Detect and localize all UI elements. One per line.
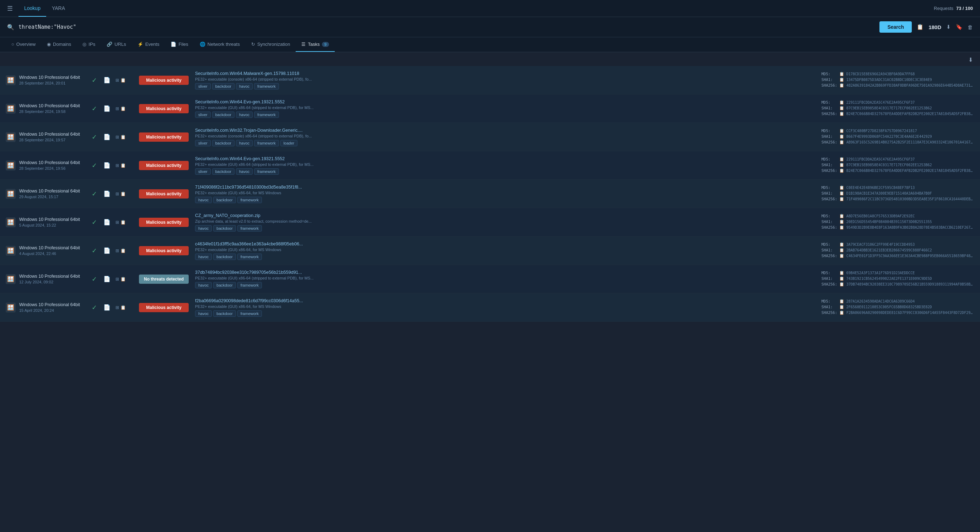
action-icon[interactable]: 📋 xyxy=(121,220,126,225)
sha256-copy-icon[interactable]: 📋 xyxy=(839,111,844,116)
task-date: 5 August 2024, 15:22 xyxy=(19,223,87,227)
table-download-icon[interactable]: ⬇ xyxy=(968,56,973,63)
table-row[interactable]: 🪟 Windows 10 Professional 64bit 15 April… xyxy=(0,293,980,322)
sha1-copy-icon[interactable]: 📋 xyxy=(839,78,844,82)
hamburger-icon[interactable]: ☰ xyxy=(7,5,13,13)
tab-domains[interactable]: ◉ Domains xyxy=(41,37,77,52)
table-row[interactable]: 🪟 Windows 10 Professional 64bit 28 Septe… xyxy=(0,66,980,94)
sha256-label: SHA256: xyxy=(821,111,837,116)
task-info: Windows 10 Professional 64bit 28 Septemb… xyxy=(19,103,87,114)
sha1-copy-icon[interactable]: 📋 xyxy=(839,248,844,253)
tab-tasks[interactable]: ☰ Tasks 9 xyxy=(296,37,334,52)
period-badge[interactable]: 180D xyxy=(929,24,941,30)
search-button[interactable]: Search xyxy=(880,21,912,33)
action-icon[interactable]: ⊞ xyxy=(116,163,119,168)
table-row[interactable]: 🪟 Windows 10 Professional 64bit 5 August… xyxy=(0,208,980,237)
os-icon: 🪟 xyxy=(6,104,16,114)
action-icon[interactable]: ⊞ xyxy=(116,135,119,140)
sha1-copy-icon[interactable]: 📋 xyxy=(839,219,844,224)
task-date: 15 April 2024, 20:24 xyxy=(19,308,87,313)
md5-copy-icon[interactable]: 📋 xyxy=(839,186,844,190)
check-icon: ✓ xyxy=(92,303,97,311)
sha1-copy-icon[interactable]: 📋 xyxy=(839,305,844,309)
sha256-copy-icon[interactable]: 📋 xyxy=(839,282,844,287)
md5-copy-icon[interactable]: 📋 xyxy=(839,157,844,162)
action-icon[interactable]: 📋 xyxy=(121,78,126,83)
sha256-copy-icon[interactable]: 📋 xyxy=(839,225,844,230)
tab-urls[interactable]: 🔗 URLs xyxy=(101,37,132,52)
sha256-copy-icon[interactable]: 📋 xyxy=(839,310,844,315)
bookmark-icon[interactable]: 🔖 xyxy=(956,24,963,30)
md5-copy-icon[interactable]: 📋 xyxy=(839,72,844,76)
file-desc: PE32+ executable (console) x86-64 (strip… xyxy=(195,134,815,138)
sha256-copy-icon[interactable]: 📋 xyxy=(839,254,844,258)
task-name: Windows 10 Professional 64bit xyxy=(19,75,87,80)
search-input[interactable] xyxy=(19,24,875,30)
sha1-copy-icon[interactable]: 📋 xyxy=(839,134,844,139)
task-action-icons: ⊞ 📋 xyxy=(116,163,135,168)
sha1-copy-icon[interactable]: 📋 xyxy=(839,163,844,167)
md5-value: 229111FBCDDА2EA5C476E2A495CF6F37 xyxy=(846,157,915,161)
nav-tab-lookup[interactable]: Lookup xyxy=(19,0,46,17)
tasks-count: 9 xyxy=(322,42,329,47)
action-icon[interactable]: 📋 xyxy=(121,191,126,196)
table-row[interactable]: 🪟 Windows 10 Professional 64bit 28 Septe… xyxy=(0,151,980,180)
tag: backdoor xyxy=(212,140,234,146)
md5-copy-icon[interactable]: 📋 xyxy=(839,299,844,303)
sha256-copy-icon[interactable]: 📋 xyxy=(839,83,844,88)
nav-tab-yara[interactable]: YARA xyxy=(46,0,71,17)
sha1-label: SHA1: xyxy=(821,78,837,82)
md5-copy-icon[interactable]: 📋 xyxy=(839,129,844,133)
clipboard-icon[interactable]: 📋 xyxy=(917,24,923,30)
table-row[interactable]: 🪟 Windows 10 Professional 64bit 4 August… xyxy=(0,237,980,265)
task-date: 29 August 2024, 15:17 xyxy=(19,195,87,199)
task-date: 12 July 2024, 09:02 xyxy=(19,280,87,284)
md5-copy-icon[interactable]: 📋 xyxy=(839,271,844,275)
tag: sliver xyxy=(195,168,211,175)
action-icon[interactable]: ⊞ xyxy=(116,277,119,282)
table-row[interactable]: 🪟 Windows 10 Professional 64bit 28 Septe… xyxy=(0,123,980,151)
os-icon: 🪟 xyxy=(6,160,16,170)
sha256-copy-icon[interactable]: 📋 xyxy=(839,168,844,173)
download-icon[interactable]: ⬇ xyxy=(946,24,951,30)
md5-copy-icon[interactable]: 📋 xyxy=(839,100,844,105)
action-icon[interactable]: 📋 xyxy=(121,277,126,282)
hash-info: MD5: 📋 229111FBCDDА2EA5C476E2A495CF6F37 … xyxy=(821,100,974,117)
tab-network-threats[interactable]: 🌐 Network threats xyxy=(194,37,245,52)
action-icon[interactable]: ⊞ xyxy=(116,106,119,111)
tab-events[interactable]: ⚡ Events xyxy=(132,37,165,52)
md5-value: 229111FBCDDА2EA5C476E2A495CF6F37 xyxy=(846,100,915,105)
tab-overview[interactable]: ○ Overview xyxy=(6,37,41,52)
hash-info: MD5: 📋 229111FBCDDА2EA5C476E2A495CF6F37 … xyxy=(821,157,974,174)
sha1-copy-icon[interactable]: 📋 xyxy=(839,191,844,196)
action-icon[interactable]: 📋 xyxy=(121,106,126,111)
action-icon[interactable]: 📋 xyxy=(121,248,126,253)
tag: havoc xyxy=(236,83,253,89)
md5-copy-icon[interactable]: 📋 xyxy=(839,242,844,247)
sha1-copy-icon[interactable]: 📋 xyxy=(839,106,844,110)
action-icon[interactable]: ⊞ xyxy=(116,191,119,196)
action-icon[interactable]: 📋 xyxy=(121,135,126,140)
sha1-copy-icon[interactable]: 📋 xyxy=(839,276,844,281)
sha256-copy-icon[interactable]: 📋 xyxy=(839,197,844,202)
action-icon[interactable]: ⊞ xyxy=(116,78,119,83)
sha256-copy-icon[interactable]: 📋 xyxy=(839,140,844,145)
sha256-value: B24E7C066B84D327678FEA4DDEFAFB2DB2FE2002… xyxy=(846,169,974,173)
task-action-icons: ⊞ 📋 xyxy=(116,220,135,225)
table-row[interactable]: 🪟 Windows 10 Professional 64bit 28 Septe… xyxy=(0,94,980,123)
delete-icon[interactable]: 🗑 xyxy=(967,24,973,30)
action-icon[interactable]: ⊞ xyxy=(116,248,119,253)
file-name: SecuriteInfo.com.Win32.Trojan-Downloader… xyxy=(195,128,815,133)
file-tags: sliverbackdoorhavocframework xyxy=(195,83,815,89)
table-row[interactable]: 🪟 Windows 10 Professional 64bit 29 Augus… xyxy=(0,180,980,208)
table-row[interactable]: 🪟 Windows 10 Professional 64bit 12 July … xyxy=(0,265,980,293)
action-icon[interactable]: ⊞ xyxy=(116,305,119,310)
action-icon[interactable]: ⊞ xyxy=(116,220,119,225)
action-icon[interactable]: 📋 xyxy=(121,305,126,310)
tab-synchronization[interactable]: ↻ Synchronization xyxy=(245,37,296,52)
tab-ips[interactable]: ◎ IPs xyxy=(77,37,101,52)
tab-files[interactable]: 📄 Files xyxy=(165,37,194,52)
action-icon[interactable]: 📋 xyxy=(121,163,126,168)
md5-copy-icon[interactable]: 📋 xyxy=(839,214,844,218)
task-info: Windows 10 Professional 64bit 29 August … xyxy=(19,189,87,199)
